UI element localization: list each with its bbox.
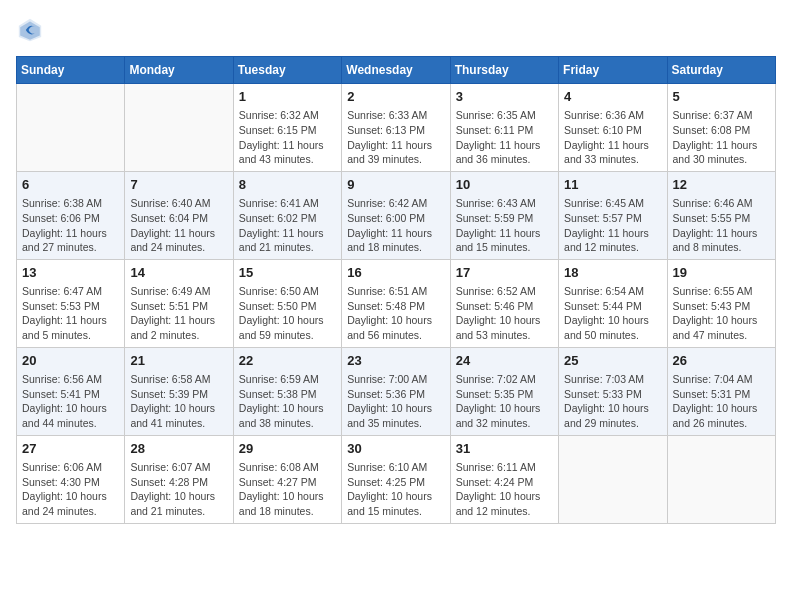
calendar-header-row: SundayMondayTuesdayWednesdayThursdayFrid… (17, 57, 776, 84)
day-info: Sunrise: 6:32 AM Sunset: 6:15 PM Dayligh… (239, 108, 336, 167)
day-info: Sunrise: 6:55 AM Sunset: 5:43 PM Dayligh… (673, 284, 770, 343)
logo-icon (16, 16, 44, 44)
day-number: 21 (130, 352, 227, 370)
calendar-cell: 24Sunrise: 7:02 AM Sunset: 5:35 PM Dayli… (450, 347, 558, 435)
day-number: 24 (456, 352, 553, 370)
day-number: 4 (564, 88, 661, 106)
day-info: Sunrise: 6:41 AM Sunset: 6:02 PM Dayligh… (239, 196, 336, 255)
day-info: Sunrise: 6:50 AM Sunset: 5:50 PM Dayligh… (239, 284, 336, 343)
calendar-cell: 15Sunrise: 6:50 AM Sunset: 5:50 PM Dayli… (233, 259, 341, 347)
calendar-cell (17, 84, 125, 172)
calendar-cell: 13Sunrise: 6:47 AM Sunset: 5:53 PM Dayli… (17, 259, 125, 347)
day-number: 9 (347, 176, 444, 194)
day-header-monday: Monday (125, 57, 233, 84)
calendar-cell: 12Sunrise: 6:46 AM Sunset: 5:55 PM Dayli… (667, 171, 775, 259)
day-info: Sunrise: 6:36 AM Sunset: 6:10 PM Dayligh… (564, 108, 661, 167)
day-number: 16 (347, 264, 444, 282)
day-info: Sunrise: 6:35 AM Sunset: 6:11 PM Dayligh… (456, 108, 553, 167)
calendar-cell: 16Sunrise: 6:51 AM Sunset: 5:48 PM Dayli… (342, 259, 450, 347)
calendar-cell: 22Sunrise: 6:59 AM Sunset: 5:38 PM Dayli… (233, 347, 341, 435)
calendar-cell: 3Sunrise: 6:35 AM Sunset: 6:11 PM Daylig… (450, 84, 558, 172)
calendar-cell: 26Sunrise: 7:04 AM Sunset: 5:31 PM Dayli… (667, 347, 775, 435)
calendar-cell (125, 84, 233, 172)
week-row-3: 13Sunrise: 6:47 AM Sunset: 5:53 PM Dayli… (17, 259, 776, 347)
calendar-cell: 5Sunrise: 6:37 AM Sunset: 6:08 PM Daylig… (667, 84, 775, 172)
day-number: 15 (239, 264, 336, 282)
calendar-cell: 28Sunrise: 6:07 AM Sunset: 4:28 PM Dayli… (125, 435, 233, 523)
day-info: Sunrise: 7:03 AM Sunset: 5:33 PM Dayligh… (564, 372, 661, 431)
day-info: Sunrise: 6:06 AM Sunset: 4:30 PM Dayligh… (22, 460, 119, 519)
calendar-cell: 7Sunrise: 6:40 AM Sunset: 6:04 PM Daylig… (125, 171, 233, 259)
day-number: 26 (673, 352, 770, 370)
calendar-cell: 27Sunrise: 6:06 AM Sunset: 4:30 PM Dayli… (17, 435, 125, 523)
day-info: Sunrise: 6:43 AM Sunset: 5:59 PM Dayligh… (456, 196, 553, 255)
week-row-2: 6Sunrise: 6:38 AM Sunset: 6:06 PM Daylig… (17, 171, 776, 259)
day-number: 3 (456, 88, 553, 106)
day-info: Sunrise: 7:04 AM Sunset: 5:31 PM Dayligh… (673, 372, 770, 431)
day-number: 6 (22, 176, 119, 194)
day-number: 30 (347, 440, 444, 458)
day-info: Sunrise: 6:42 AM Sunset: 6:00 PM Dayligh… (347, 196, 444, 255)
day-info: Sunrise: 7:00 AM Sunset: 5:36 PM Dayligh… (347, 372, 444, 431)
day-number: 1 (239, 88, 336, 106)
day-number: 10 (456, 176, 553, 194)
day-info: Sunrise: 6:52 AM Sunset: 5:46 PM Dayligh… (456, 284, 553, 343)
day-number: 23 (347, 352, 444, 370)
calendar-cell: 20Sunrise: 6:56 AM Sunset: 5:41 PM Dayli… (17, 347, 125, 435)
day-info: Sunrise: 6:33 AM Sunset: 6:13 PM Dayligh… (347, 108, 444, 167)
day-number: 17 (456, 264, 553, 282)
calendar-cell: 14Sunrise: 6:49 AM Sunset: 5:51 PM Dayli… (125, 259, 233, 347)
day-header-friday: Friday (559, 57, 667, 84)
day-info: Sunrise: 6:37 AM Sunset: 6:08 PM Dayligh… (673, 108, 770, 167)
day-info: Sunrise: 6:40 AM Sunset: 6:04 PM Dayligh… (130, 196, 227, 255)
day-number: 5 (673, 88, 770, 106)
calendar-cell: 31Sunrise: 6:11 AM Sunset: 4:24 PM Dayli… (450, 435, 558, 523)
day-info: Sunrise: 6:49 AM Sunset: 5:51 PM Dayligh… (130, 284, 227, 343)
calendar-cell: 29Sunrise: 6:08 AM Sunset: 4:27 PM Dayli… (233, 435, 341, 523)
calendar-cell: 23Sunrise: 7:00 AM Sunset: 5:36 PM Dayli… (342, 347, 450, 435)
day-number: 14 (130, 264, 227, 282)
day-number: 11 (564, 176, 661, 194)
calendar-cell (559, 435, 667, 523)
calendar-table: SundayMondayTuesdayWednesdayThursdayFrid… (16, 56, 776, 524)
calendar-cell (667, 435, 775, 523)
calendar-cell: 30Sunrise: 6:10 AM Sunset: 4:25 PM Dayli… (342, 435, 450, 523)
calendar-cell: 10Sunrise: 6:43 AM Sunset: 5:59 PM Dayli… (450, 171, 558, 259)
calendar-cell: 25Sunrise: 7:03 AM Sunset: 5:33 PM Dayli… (559, 347, 667, 435)
day-number: 19 (673, 264, 770, 282)
day-info: Sunrise: 6:45 AM Sunset: 5:57 PM Dayligh… (564, 196, 661, 255)
day-number: 29 (239, 440, 336, 458)
day-number: 28 (130, 440, 227, 458)
day-info: Sunrise: 6:38 AM Sunset: 6:06 PM Dayligh… (22, 196, 119, 255)
day-info: Sunrise: 6:07 AM Sunset: 4:28 PM Dayligh… (130, 460, 227, 519)
calendar-cell: 21Sunrise: 6:58 AM Sunset: 5:39 PM Dayli… (125, 347, 233, 435)
calendar-cell: 11Sunrise: 6:45 AM Sunset: 5:57 PM Dayli… (559, 171, 667, 259)
day-header-sunday: Sunday (17, 57, 125, 84)
calendar-cell: 9Sunrise: 6:42 AM Sunset: 6:00 PM Daylig… (342, 171, 450, 259)
day-number: 7 (130, 176, 227, 194)
calendar-cell: 18Sunrise: 6:54 AM Sunset: 5:44 PM Dayli… (559, 259, 667, 347)
calendar-cell: 8Sunrise: 6:41 AM Sunset: 6:02 PM Daylig… (233, 171, 341, 259)
week-row-4: 20Sunrise: 6:56 AM Sunset: 5:41 PM Dayli… (17, 347, 776, 435)
day-info: Sunrise: 6:59 AM Sunset: 5:38 PM Dayligh… (239, 372, 336, 431)
day-number: 25 (564, 352, 661, 370)
day-header-saturday: Saturday (667, 57, 775, 84)
week-row-1: 1Sunrise: 6:32 AM Sunset: 6:15 PM Daylig… (17, 84, 776, 172)
day-number: 13 (22, 264, 119, 282)
day-info: Sunrise: 6:46 AM Sunset: 5:55 PM Dayligh… (673, 196, 770, 255)
day-number: 8 (239, 176, 336, 194)
day-info: Sunrise: 6:54 AM Sunset: 5:44 PM Dayligh… (564, 284, 661, 343)
calendar-cell: 2Sunrise: 6:33 AM Sunset: 6:13 PM Daylig… (342, 84, 450, 172)
day-info: Sunrise: 6:56 AM Sunset: 5:41 PM Dayligh… (22, 372, 119, 431)
week-row-5: 27Sunrise: 6:06 AM Sunset: 4:30 PM Dayli… (17, 435, 776, 523)
day-number: 18 (564, 264, 661, 282)
calendar-cell: 17Sunrise: 6:52 AM Sunset: 5:46 PM Dayli… (450, 259, 558, 347)
calendar-cell: 4Sunrise: 6:36 AM Sunset: 6:10 PM Daylig… (559, 84, 667, 172)
day-info: Sunrise: 6:11 AM Sunset: 4:24 PM Dayligh… (456, 460, 553, 519)
day-info: Sunrise: 6:51 AM Sunset: 5:48 PM Dayligh… (347, 284, 444, 343)
day-info: Sunrise: 6:10 AM Sunset: 4:25 PM Dayligh… (347, 460, 444, 519)
day-header-tuesday: Tuesday (233, 57, 341, 84)
calendar-cell: 6Sunrise: 6:38 AM Sunset: 6:06 PM Daylig… (17, 171, 125, 259)
day-info: Sunrise: 7:02 AM Sunset: 5:35 PM Dayligh… (456, 372, 553, 431)
day-number: 31 (456, 440, 553, 458)
